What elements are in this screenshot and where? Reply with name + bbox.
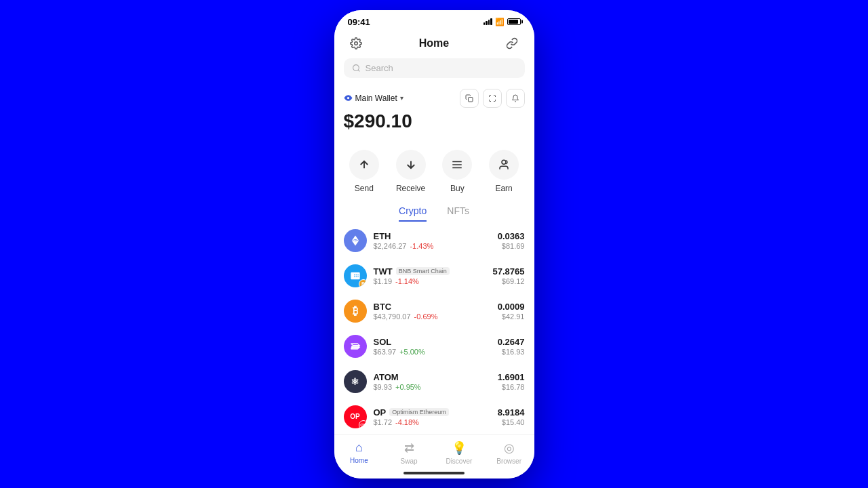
twt-values: 57.8765 $69.12 (493, 266, 525, 285)
discover-icon: 💡 (452, 441, 467, 455)
wifi-icon: 📶 (495, 18, 505, 26)
notification-button[interactable] (506, 89, 525, 108)
phone-frame: 09:41 📶 Home (334, 10, 534, 479)
list-item[interactable]: ⚛ ATOM $9.93 +0.95% 1.6901 $16.78 (334, 364, 534, 399)
nav-home[interactable]: ⌂ Home (342, 441, 376, 464)
svg-point-2 (347, 97, 349, 99)
twt-info: TWT BNB Smart Chain $1.19 -1.14% (374, 266, 493, 285)
receive-icon (396, 150, 426, 180)
atom-info: ATOM $9.93 +0.95% (374, 372, 498, 391)
svg-point-1 (353, 64, 359, 70)
wallet-name: Main Wallet (355, 94, 397, 103)
wallet-section: Main Wallet ▾ (334, 85, 534, 146)
home-indicator-bar (403, 472, 465, 474)
wallet-dropdown-icon[interactable]: ▾ (400, 94, 403, 102)
eye-icon (344, 94, 353, 102)
search-bar[interactable]: Search (344, 58, 525, 78)
eth-amount: 0.0363 (498, 231, 525, 241)
wallet-connect-button[interactable] (502, 34, 521, 53)
btc-info: BTC $43,790.07 -0.69% (374, 302, 498, 321)
list-item[interactable]: OP OP OP Optimism Ethereum $1.72 -4.18% … (334, 399, 534, 434)
svg-rect-3 (468, 97, 473, 102)
eth-logo (344, 229, 367, 252)
op-price: $1.72 (374, 418, 393, 426)
btc-logo: ₿ (344, 300, 367, 323)
op-symbol: OP (374, 407, 387, 418)
atom-usd: $16.78 (498, 383, 525, 391)
receive-button[interactable]: Receive (396, 150, 426, 193)
twt-logo: B (344, 264, 367, 287)
atom-amount: 1.6901 (498, 372, 525, 382)
wallet-header: Main Wallet ▾ (344, 89, 525, 108)
list-item[interactable]: B TWT BNB Smart Chain $1.19 -1.14% 57.87… (334, 258, 534, 293)
send-icon (349, 150, 379, 180)
earn-icon (489, 150, 519, 180)
header: Home (334, 30, 534, 58)
eth-info: ETH $2,246.27 -1.43% (374, 231, 498, 250)
status-icons: 📶 (484, 18, 521, 26)
tab-nfts[interactable]: NFTs (447, 205, 469, 222)
op-usd: $15.40 (498, 418, 525, 426)
sol-info: SOL $63.97 +5.00% (374, 337, 498, 356)
status-bar: 09:41 📶 (334, 10, 534, 30)
crypto-list: ETH $2,246.27 -1.43% 0.0363 $81.69 B (334, 223, 534, 434)
tab-crypto[interactable]: Crypto (399, 205, 427, 222)
sol-values: 0.2647 $16.93 (498, 337, 525, 356)
wallet-name-row[interactable]: Main Wallet ▾ (344, 94, 403, 103)
op-values: 8.9184 $15.40 (498, 407, 525, 426)
nav-swap[interactable]: ⇄ Swap (392, 441, 426, 465)
twt-change: -1.14% (395, 277, 419, 285)
home-label: Home (350, 457, 368, 464)
copy-address-button[interactable] (460, 89, 479, 108)
list-item[interactable]: SOL $63.97 +5.00% 0.2647 $16.93 (334, 329, 534, 364)
btc-values: 0.0009 $42.91 (498, 302, 525, 321)
twt-price: $1.19 (374, 277, 393, 285)
search-container: Search (334, 58, 534, 85)
atom-symbol: ATOM (374, 372, 399, 382)
twt-symbol: TWT (374, 266, 393, 277)
svg-point-9 (502, 160, 506, 164)
atom-logo: ⚛ (344, 370, 367, 393)
op-change: -4.18% (395, 418, 419, 426)
buy-button[interactable]: Buy (442, 150, 472, 193)
settings-button[interactable] (347, 34, 366, 53)
battery-icon (507, 18, 521, 25)
search-placeholder: Search (366, 63, 393, 73)
eth-change: -1.43% (410, 242, 433, 250)
atom-price: $9.93 (374, 383, 393, 391)
discover-label: Discover (446, 458, 472, 465)
nav-discover[interactable]: 💡 Discover (442, 441, 476, 465)
eth-usd: $81.69 (498, 242, 525, 250)
search-icon (352, 64, 361, 73)
sol-logo (344, 335, 367, 358)
browser-icon: ◎ (504, 441, 515, 455)
earn-label: Earn (495, 184, 512, 193)
nav-browser[interactable]: ◎ Browser (492, 441, 526, 465)
sol-change: +5.00% (399, 348, 425, 356)
sol-usd: $16.93 (498, 348, 525, 356)
asset-tabs: Crypto NFTs (334, 201, 534, 223)
buy-label: Buy (450, 184, 465, 193)
swap-label: Swap (401, 458, 418, 465)
svg-point-0 (354, 41, 357, 45)
list-item[interactable]: ₿ BTC $43,790.07 -0.69% 0.0009 $42.91 (334, 293, 534, 329)
swap-icon: ⇄ (404, 441, 414, 455)
twt-amount: 57.8765 (493, 266, 525, 277)
expand-button[interactable] (483, 89, 502, 108)
btc-symbol: BTC (374, 302, 392, 312)
send-button[interactable]: Send (349, 150, 379, 193)
btc-amount: 0.0009 (498, 302, 525, 312)
atom-values: 1.6901 $16.78 (498, 372, 525, 391)
sol-symbol: SOL (374, 337, 392, 347)
op-logo: OP OP (344, 405, 367, 428)
buy-icon (442, 150, 472, 180)
wallet-action-buttons (460, 89, 525, 108)
twt-chain: BNB Smart Chain (396, 267, 450, 275)
list-item[interactable]: ETH $2,246.27 -1.43% 0.0363 $81.69 (334, 223, 534, 258)
eth-price: $2,246.27 (374, 242, 407, 250)
op-amount: 8.9184 (498, 407, 525, 418)
btc-price: $43,790.07 (374, 312, 411, 321)
op-chain: Optimism Ethereum (389, 408, 449, 416)
earn-button[interactable]: Earn (489, 150, 519, 193)
eth-symbol: ETH (374, 231, 391, 241)
